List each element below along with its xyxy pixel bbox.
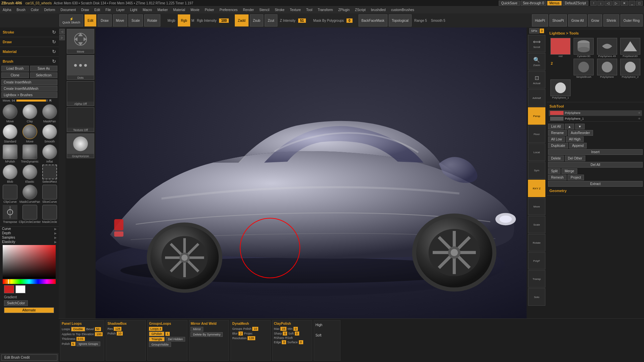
mesh-item-polysphere-2[interactable]: PolySphere_2 xyxy=(619,59,641,78)
see-through-button[interactable]: See-through 0 xyxy=(521,1,546,6)
quicksave-button[interactable]: QuickSave xyxy=(499,1,520,6)
floor-button[interactable]: Floor xyxy=(528,125,545,143)
menu-document[interactable]: Document xyxy=(59,7,77,12)
import-button[interactable]: ↑ xyxy=(590,1,597,6)
brush-item-maskpan[interactable]: MaskPan xyxy=(42,104,57,123)
brush-item-hpolish[interactable]: hPolish xyxy=(3,144,17,163)
thumb-grayhorizon[interactable]: GrayHorizon xyxy=(67,133,94,158)
samples-prop[interactable]: Samples▶ xyxy=(0,235,59,240)
menu-movie[interactable]: Movie xyxy=(189,7,201,12)
grow-all-button[interactable]: Grow All xyxy=(568,14,587,26)
primary-swatch[interactable] xyxy=(4,285,14,293)
all-high-button[interactable]: All High xyxy=(566,136,583,142)
mesh-item-simplebrush[interactable]: SimpleBrush xyxy=(573,59,595,78)
arrow-up-button[interactable]: ▲ xyxy=(565,124,574,129)
export-button[interactable]: ↓ xyxy=(597,1,604,6)
delete-by-sym-button[interactable]: Delete By Symmetry xyxy=(191,332,223,337)
menu-picker[interactable]: Picker xyxy=(204,7,216,12)
brush-item-standard[interactable]: Standard xyxy=(3,124,17,143)
mirror-button[interactable]: Mirror xyxy=(191,327,203,331)
switch-color-button[interactable]: SwitchColor xyxy=(4,300,28,306)
menu-texture[interactable]: Texture xyxy=(288,7,302,12)
rotate-button[interactable]: Rotate xyxy=(144,14,160,26)
clone-button[interactable]: Clone xyxy=(1,72,29,78)
brush-item-trimdynamic[interactable]: TrimDynamic xyxy=(19,144,41,163)
edit-button[interactable]: Edit xyxy=(85,14,96,26)
scroll-button[interactable]: ⟺ Scroll xyxy=(528,35,545,52)
mesh-item-polysphere1[interactable]: PolySphere.49 xyxy=(596,38,618,58)
polyf-button[interactable]: PolyF xyxy=(528,252,545,269)
alternate-button[interactable]: Alternate xyxy=(4,307,54,313)
thumb-alpha-off[interactable]: Alpha Off xyxy=(67,81,94,106)
gpolish-button[interactable]: GPolish xyxy=(149,331,164,336)
all-low-button[interactable]: All Low xyxy=(548,136,565,142)
insert-button[interactable]: Insert xyxy=(548,149,643,155)
max-button[interactable]: □ xyxy=(636,1,643,6)
menu-alpha[interactable]: Alpha xyxy=(1,7,13,12)
load-brush-button[interactable]: Load Brush xyxy=(1,66,29,71)
shrink-button[interactable]: Shrink xyxy=(603,14,619,26)
menu-brushed[interactable]: brushdled xyxy=(370,7,387,12)
remesh-button[interactable]: Remesh xyxy=(548,175,567,180)
brush-item-inflat[interactable]: Inflat xyxy=(42,144,57,163)
brush-item-selectrect[interactable]: SelectRect xyxy=(42,165,57,183)
move-button-vert[interactable]: Move xyxy=(528,198,545,215)
mesh-item-polysphere-1[interactable]: PolySphere_1 xyxy=(549,79,572,99)
scale-button[interactable]: Scale xyxy=(128,14,143,26)
rxyz-button[interactable]: RXY Z xyxy=(528,180,545,197)
project-button[interactable]: Project xyxy=(568,175,584,180)
mesh-item-polymesh3d[interactable]: PolyMesh3D xyxy=(619,38,641,58)
del-hidden-button[interactable]: Del Hidden xyxy=(166,337,185,342)
menu-light[interactable]: Light xyxy=(129,7,139,12)
scale-button-vert[interactable]: Scale xyxy=(528,216,545,233)
subtool-polysphere[interactable]: PolySphere 👁 xyxy=(549,110,642,116)
edit-brush-credit-button[interactable]: Edit Brush Credit xyxy=(1,354,57,361)
menu-tool[interactable]: Tool xyxy=(305,7,314,12)
mesh-item-red[interactable]: red xyxy=(549,38,572,58)
car-viewport[interactable] xyxy=(59,27,547,318)
menu-zscript[interactable]: ZScript xyxy=(354,7,367,12)
triangle-button[interactable]: Triangle xyxy=(149,337,164,342)
topological-button[interactable]: Topological xyxy=(389,14,412,26)
min-button[interactable]: _ xyxy=(629,1,635,6)
persp-button[interactable]: Persp xyxy=(528,107,545,125)
menu-draw[interactable]: Draw xyxy=(80,7,90,12)
outer-ring-button[interactable]: Outer Ring xyxy=(621,14,643,26)
mini-tool-2[interactable]: ▷ xyxy=(59,35,65,40)
subtool-polysphere-1[interactable]: PolySphere_1 👁 xyxy=(549,116,642,122)
show-pt-button[interactable]: ShowPt xyxy=(549,14,567,26)
menu-marker[interactable]: Marker xyxy=(156,7,169,12)
menu-edit[interactable]: Edit xyxy=(93,7,101,12)
move-button[interactable]: Move xyxy=(113,14,127,26)
menu-file[interactable]: File xyxy=(104,7,112,12)
arrow-down-button[interactable]: ▼ xyxy=(575,124,585,129)
merge-button[interactable]: Merge xyxy=(561,168,577,174)
secondary-swatch[interactable] xyxy=(15,285,25,293)
zsub-button[interactable]: Zsub xyxy=(250,14,263,26)
mesh-item-polysphere2[interactable]: PolySphere xyxy=(596,59,618,78)
redo-button[interactable]: ▷ xyxy=(612,1,620,6)
brush-item-clay[interactable]: Clay xyxy=(19,104,41,123)
grow-button[interactable]: Grow xyxy=(588,14,602,26)
backface-mask-button[interactable]: BackFaceMask xyxy=(359,14,387,26)
brush-size-track[interactable] xyxy=(16,100,48,102)
actual-button[interactable]: ⊡ Actual xyxy=(528,71,545,88)
zcut-button[interactable]: Zcut xyxy=(265,14,277,26)
menus-button[interactable]: Menus xyxy=(547,1,562,6)
menu-deform[interactable]: Deform xyxy=(43,7,57,12)
hue-slider[interactable] xyxy=(3,279,56,284)
mini-tool-1[interactable]: ◁ xyxy=(59,29,65,34)
brush-item-clipcurve[interactable]: ClipCurve xyxy=(3,185,17,203)
menu-macro[interactable]: Macro xyxy=(141,7,153,12)
group-visible-button[interactable]: GroupVisible xyxy=(149,342,171,347)
zadd-button[interactable]: Zadd xyxy=(235,14,249,26)
thumb-texture-off[interactable]: Texture Off xyxy=(67,107,94,132)
menu-stencil[interactable]: Stencil xyxy=(258,7,271,12)
rename-button[interactable]: Rename xyxy=(548,130,567,136)
thumb-dots[interactable]: Dots xyxy=(67,55,94,80)
transp-button[interactable]: Transp xyxy=(528,270,545,288)
menu-transform[interactable]: Transform xyxy=(316,7,334,12)
close-button[interactable]: ✕ xyxy=(621,1,628,6)
rgb-button[interactable]: Rgb xyxy=(178,14,190,26)
color-picker[interactable] xyxy=(3,245,56,279)
